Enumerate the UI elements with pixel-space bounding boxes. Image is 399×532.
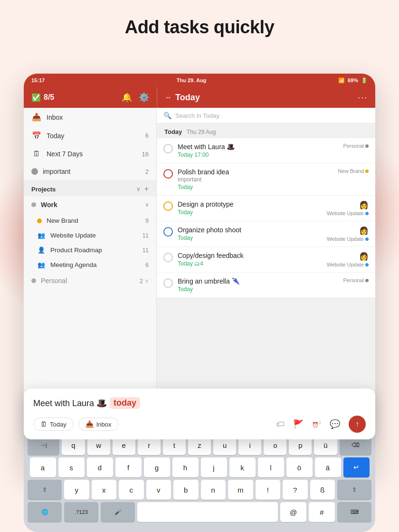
key-mic[interactable]: 🎤 bbox=[101, 502, 135, 522]
key-l[interactable]: l bbox=[258, 457, 284, 477]
key-keyboard[interactable]: ⌨ bbox=[337, 502, 371, 522]
send-button[interactable]: ↑ bbox=[349, 416, 366, 433]
task-name-2: Polish brand idea bbox=[178, 168, 333, 176]
key-n[interactable]: n bbox=[201, 480, 226, 500]
key-d[interactable]: d bbox=[87, 457, 113, 477]
sidebar-item-personal[interactable]: Personal 2 ∨ bbox=[24, 272, 156, 289]
keyboard-row-3: ⇧ y x c v b n m ! ? ß ⇧ bbox=[28, 480, 371, 500]
personal-dot bbox=[31, 278, 36, 283]
sidebar-item-inbox[interactable]: 📥 Inbox bbox=[24, 108, 156, 126]
projects-section-header: Projects ∨ + bbox=[24, 180, 156, 196]
key-oumlaut[interactable]: ö bbox=[286, 457, 313, 477]
key-k[interactable]: k bbox=[229, 457, 256, 477]
task-item-meet-laura[interactable]: Meet with Laura 🎩 Today 17:00 Personal bbox=[157, 138, 375, 163]
status-bar-right: 📶 69% 🔋 bbox=[338, 77, 368, 84]
key-return[interactable]: ↵ bbox=[343, 457, 370, 477]
task-sub-2: important bbox=[178, 176, 333, 183]
key-h[interactable]: h bbox=[172, 457, 199, 477]
status-bar: 15:17 Thu 29. Aug 📶 69% 🔋 bbox=[24, 74, 375, 87]
quick-add-input-area[interactable]: Meet with Laura 🎩 today bbox=[33, 397, 366, 409]
quick-add-right-actions: 🏷 🚩 ⏰2 💬 ↑ bbox=[276, 416, 366, 433]
key-space[interactable] bbox=[137, 502, 278, 522]
battery-level: 69% bbox=[348, 77, 358, 83]
new-brand-count: 9 bbox=[145, 218, 149, 224]
personal-chevron[interactable]: ∨ bbox=[145, 278, 149, 284]
wu-badge-dot-5 bbox=[365, 263, 369, 266]
key-hash[interactable]: # bbox=[309, 502, 335, 522]
task-circle-6[interactable] bbox=[163, 278, 173, 288]
key-v[interactable]: v bbox=[146, 480, 171, 500]
task-circle-1[interactable] bbox=[163, 144, 173, 153]
comment-button[interactable]: 💬 bbox=[330, 419, 340, 429]
gear-icon[interactable]: ⚙️ bbox=[139, 92, 149, 103]
website-update-icon: 👥 bbox=[37, 232, 46, 239]
project-item-new-brand[interactable]: New Brand 9 bbox=[24, 213, 156, 228]
battery-icon: 🔋 bbox=[361, 77, 368, 84]
inbox-pill-button[interactable]: 📥 Inbox bbox=[78, 418, 119, 431]
work-chevron[interactable]: ∨ bbox=[145, 202, 149, 208]
score-value: 8/5 bbox=[44, 93, 54, 102]
task-item-umbrella[interactable]: Bring an umbrella 🌂 Today Personal bbox=[157, 273, 375, 297]
inbox-pill-label: Inbox bbox=[96, 421, 112, 428]
project-item-product-roadmap[interactable]: 👤 Product Roadmap 11 bbox=[24, 243, 156, 257]
task-item-polish-brand[interactable]: Polish brand idea important Today New Br… bbox=[157, 163, 375, 195]
tag-button[interactable]: 🏷 bbox=[276, 419, 285, 429]
key-x[interactable]: x bbox=[92, 480, 117, 500]
sidebar-item-work[interactable]: Work ∨ bbox=[24, 196, 156, 213]
key-aumlaut[interactable]: ä bbox=[315, 457, 341, 477]
key-eszett[interactable]: ß bbox=[310, 480, 335, 500]
key-f[interactable]: f bbox=[115, 457, 142, 477]
task-item-copy-feedback[interactable]: Copy/design feedback Today 🗂4 👩 Website … bbox=[157, 247, 375, 272]
bell-icon[interactable]: 🔔 bbox=[122, 92, 132, 103]
today-pill-icon: 🗓 bbox=[40, 420, 47, 428]
quick-add-text-part1: Meet with Laura 🎩 bbox=[33, 398, 107, 408]
view-title: Today bbox=[175, 93, 200, 103]
task-date-1: Today 17:00 bbox=[178, 152, 339, 158]
main-title-group: ↔ Today bbox=[165, 93, 200, 103]
key-b[interactable]: b bbox=[173, 480, 199, 500]
key-g[interactable]: g bbox=[144, 457, 170, 477]
key-numpad[interactable]: .?123 bbox=[64, 502, 98, 522]
task-item-design-prototype[interactable]: Design a prototype Today 👩 Website Updat… bbox=[157, 196, 375, 221]
alarm-button[interactable]: ⏰2 bbox=[312, 420, 321, 428]
key-s[interactable]: s bbox=[58, 457, 85, 477]
important-label: important bbox=[43, 168, 145, 175]
sidebar-item-today[interactable]: 📅 Today 6 bbox=[24, 126, 156, 145]
key-globe[interactable]: 🌐 bbox=[28, 502, 62, 522]
key-exclaim[interactable]: ! bbox=[256, 480, 281, 500]
projects-chevron[interactable]: ∨ bbox=[136, 186, 141, 192]
more-options[interactable]: ··· bbox=[358, 93, 368, 103]
project-item-website-update[interactable]: 👥 Website Update 11 bbox=[24, 228, 156, 243]
task-name-3: Design a prototype bbox=[178, 200, 322, 208]
inbox-icon: 📥 bbox=[31, 113, 42, 122]
key-m[interactable]: m bbox=[228, 480, 253, 500]
task-meta-6: Personal bbox=[343, 277, 369, 283]
project-item-meeting-agenda[interactable]: 👥 Meeting Agenda 6 bbox=[24, 257, 156, 272]
key-shift-right[interactable]: ⇧ bbox=[337, 480, 371, 500]
key-j[interactable]: j bbox=[201, 457, 227, 477]
flag-button[interactable]: 🚩 bbox=[293, 419, 304, 429]
key-y[interactable]: y bbox=[64, 480, 89, 500]
key-shift-left[interactable]: ⇧ bbox=[28, 480, 62, 500]
today-label: Today bbox=[164, 128, 182, 135]
next7days-label: Next 7 Days bbox=[47, 150, 142, 158]
sidebar-header: ✅ 8/5 🔔 ⚙️ bbox=[24, 92, 157, 103]
task-circle-2[interactable] bbox=[163, 169, 173, 179]
task-circle-5[interactable] bbox=[163, 253, 173, 262]
task-circle-4[interactable] bbox=[163, 227, 173, 237]
quick-add-tag-today: today bbox=[110, 397, 140, 409]
add-project-button[interactable]: + bbox=[144, 185, 149, 193]
avatar-3: 👩 bbox=[359, 200, 369, 209]
sidebar-item-next7days[interactable]: 🗓 Next 7 Days 16 bbox=[24, 145, 156, 163]
sidebar-item-important[interactable]: important 2 bbox=[24, 163, 156, 180]
task-item-photo-shoot[interactable]: Organize photo shoot Today 👩 Website Upd… bbox=[157, 221, 375, 247]
key-c[interactable]: c bbox=[119, 480, 144, 500]
key-question[interactable]: ? bbox=[283, 480, 308, 500]
key-at[interactable]: @ bbox=[280, 502, 306, 522]
search-bar[interactable]: 🔍 Search in Today bbox=[157, 108, 375, 124]
task-circle-3[interactable] bbox=[163, 201, 173, 211]
today-pill-button[interactable]: 🗓 Today bbox=[33, 418, 74, 431]
main-area-header: ↔ Today ··· bbox=[157, 93, 375, 103]
collapse-icon[interactable]: ↔ bbox=[165, 94, 171, 101]
key-a[interactable]: a bbox=[30, 457, 56, 477]
